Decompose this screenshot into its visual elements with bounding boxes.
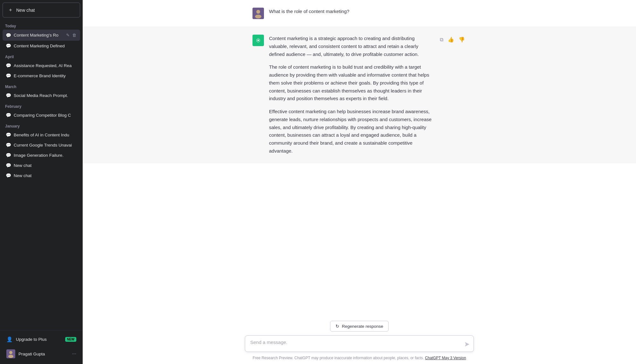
section-march: March: [3, 81, 80, 90]
user-message-text: What is the role of content marketing?: [269, 8, 466, 16]
send-button[interactable]: [464, 341, 470, 349]
chat-icon: 💬: [6, 173, 11, 178]
sidebar-item-current-google[interactable]: 💬 Current Google Trends Unavai: [3, 140, 80, 150]
sidebar: ＋ New chat Today 💬 Content Marketing's R…: [0, 0, 83, 364]
main-content: What is the role of content marketing? C…: [83, 0, 636, 364]
new-chat-button[interactable]: ＋ New chat: [3, 3, 80, 17]
chat-messages: What is the role of content marketing? C…: [83, 0, 636, 317]
thumbs-down-button[interactable]: 👎: [457, 36, 466, 43]
svg-point-1: [9, 351, 12, 354]
sidebar-item-ecommerce-brand[interactable]: 💬 E-commerce Brand Identity: [3, 71, 80, 81]
user-circle-icon: 👤: [6, 336, 13, 342]
chat-item-label: Current Google Trends Unavai: [14, 143, 77, 148]
upgrade-to-plus-button[interactable]: 👤 Upgrade to Plus NEW: [3, 333, 80, 346]
sidebar-item-content-marketing-ro[interactable]: 💬 Content Marketing's Ro ✎ 🗑: [3, 30, 80, 41]
delete-icon[interactable]: 🗑: [72, 32, 77, 38]
plus-icon: ＋: [8, 7, 13, 13]
sidebar-item-assistance-requested[interactable]: 💬 Assistance Requested, AI Rea: [3, 60, 80, 71]
chat-item-label: Content Marketing Defined: [14, 44, 77, 48]
ai-message-avatar: [252, 35, 264, 46]
sidebar-item-image-generation[interactable]: 💬 Image Generation Failure.: [3, 150, 80, 160]
chat-item-label: Benefits of AI in Content Indu: [14, 133, 77, 137]
chat-icon: 💬: [6, 113, 11, 118]
sidebar-item-benefits-ai[interactable]: 💬 Benefits of AI in Content Indu: [3, 130, 80, 140]
regenerate-button[interactable]: ↻ Regenerate response: [330, 321, 389, 332]
message-input[interactable]: [245, 335, 474, 352]
chat-icon: 💬: [6, 132, 11, 137]
chat-icon: 💬: [6, 33, 11, 38]
chat-icon: 💬: [6, 163, 11, 168]
chat-icon: 💬: [6, 142, 11, 148]
thumbs-up-button[interactable]: 👍: [446, 36, 455, 43]
svg-point-5: [255, 15, 261, 18]
chat-item-label: Social Media Reach Prompt.: [14, 93, 77, 98]
ai-message-actions: ⧉ 👍 👎: [439, 36, 466, 43]
chat-item-label: Image Generation Failure.: [14, 153, 77, 158]
user-message-inner: What is the role of content marketing?: [245, 8, 474, 19]
chat-item-label: Assistance Requested, AI Rea: [14, 63, 77, 68]
input-area: [245, 335, 474, 353]
edit-icon[interactable]: ✎: [66, 32, 70, 38]
chat-icon: 💬: [6, 73, 11, 78]
ai-message-text: Content marketing is a strategic approac…: [269, 35, 433, 155]
user-name: Pragati Gupta: [18, 352, 45, 356]
new-badge: NEW: [65, 337, 76, 342]
section-january: January: [3, 120, 80, 130]
chat-item-label: New chat: [14, 173, 77, 178]
sidebar-item-social-media-reach[interactable]: 💬 Social Media Reach Prompt.: [3, 90, 80, 100]
chat-item-label: New chat: [14, 163, 77, 168]
user-message-block: What is the role of content marketing?: [83, 0, 636, 27]
sidebar-scroll: Today 💬 Content Marketing's Ro ✎ 🗑 💬 Con…: [0, 20, 83, 330]
regenerate-label: Regenerate response: [342, 324, 383, 329]
svg-point-7: [258, 40, 259, 41]
section-april: April: [3, 51, 80, 60]
refresh-icon: ↻: [335, 324, 339, 329]
sidebar-item-new-chat-1[interactable]: 💬 New chat: [3, 160, 80, 170]
chat-bottom: ↻ Regenerate response Free Research Prev…: [83, 317, 636, 364]
sidebar-item-new-chat-2[interactable]: 💬 New chat: [3, 170, 80, 181]
section-today: Today: [3, 20, 80, 30]
svg-point-2: [8, 355, 13, 358]
user-message-avatar: [252, 8, 264, 19]
svg-point-4: [256, 10, 260, 14]
disclaimer: Free Research Preview. ChatGPT may produ…: [252, 356, 466, 364]
ai-message-block: Content marketing is a strategic approac…: [83, 27, 636, 163]
user-row[interactable]: Pragati Gupta ···: [3, 346, 80, 361]
chat-icon: 💬: [6, 63, 11, 68]
new-chat-label: New chat: [16, 8, 35, 13]
sidebar-bottom: 👤 Upgrade to Plus NEW Pragati Gupta ···: [0, 330, 83, 364]
section-february: February: [3, 100, 80, 110]
chat-icon: 💬: [6, 43, 11, 48]
chat-icon: 💬: [6, 93, 11, 98]
sidebar-item-comparing-competitor[interactable]: 💬 Comparing Competitor Blog C: [3, 110, 80, 120]
more-options-icon[interactable]: ···: [72, 351, 76, 357]
copy-button[interactable]: ⧉: [439, 36, 445, 43]
chat-item-actions: ✎ 🗑: [66, 32, 77, 38]
avatar: [6, 349, 15, 358]
chat-item-label: Content Marketing's Ro: [14, 33, 63, 38]
chat-item-label: E-commerce Brand Identity: [14, 73, 77, 78]
ai-message-inner: Content marketing is a strategic approac…: [245, 35, 474, 155]
chat-icon: 💬: [6, 153, 11, 158]
sidebar-item-content-marketing-defined[interactable]: 💬 Content Marketing Defined: [3, 41, 80, 51]
disclaimer-link[interactable]: ChatGPT May 3 Version: [425, 356, 466, 360]
chat-item-label: Comparing Competitor Blog C: [14, 113, 77, 118]
upgrade-label: Upgrade to Plus: [16, 337, 47, 342]
